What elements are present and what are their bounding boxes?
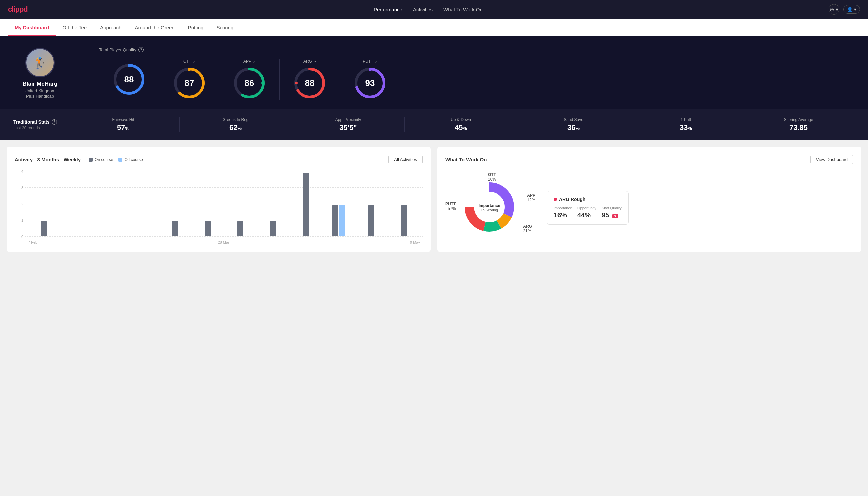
shot-quality-badge: ▼ bbox=[612, 214, 618, 218]
stat-up-down: Up & Down 45% bbox=[404, 117, 517, 132]
stat-app-proximity: App. Proximity 35'5" bbox=[292, 117, 404, 132]
stats-sub: Last 20 rounds bbox=[13, 126, 67, 130]
metric-opportunity: Opportunity 44% bbox=[577, 206, 596, 219]
stats-label-group: Traditional Stats ? Last 20 rounds bbox=[13, 119, 67, 130]
tab-scoring[interactable]: Scoring bbox=[210, 19, 240, 36]
wtwon-panel-header: What To Work On View Dashboard bbox=[445, 155, 853, 164]
bar-on-5 bbox=[205, 220, 210, 236]
donut-label-app: APP 12% bbox=[527, 193, 535, 202]
donut-label-putt: PUTT 57% bbox=[445, 202, 456, 211]
activity-panel: Activity - 3 Months - Weekly On course O… bbox=[7, 146, 431, 252]
stat-name-2: App. Proximity bbox=[299, 117, 398, 122]
score-card-putt: PUTT ↗ 93 bbox=[340, 59, 400, 99]
tab-putting[interactable]: Putting bbox=[181, 19, 210, 36]
player-handicap: Plus Handicap bbox=[26, 94, 54, 98]
score-card-ott: OTT ↗ 87 bbox=[159, 59, 220, 99]
what-to-work-on-panel: What To Work On View Dashboard PUTT 57% … bbox=[437, 146, 861, 252]
tpq-section: Total Player Quality ? 88 OTT ↗ bbox=[99, 47, 855, 99]
bottom-panels: Activity - 3 Months - Weekly On course O… bbox=[0, 140, 868, 259]
nav-performance[interactable]: Performance bbox=[374, 7, 403, 12]
view-dashboard-button[interactable]: View Dashboard bbox=[810, 155, 853, 164]
ring-main: 88 bbox=[112, 63, 145, 96]
bar-group-0 bbox=[28, 220, 59, 236]
score-value-app: 86 bbox=[245, 78, 254, 88]
legend-on-course-dot bbox=[89, 158, 93, 161]
stat-sand-save: Sand Save 36% bbox=[517, 117, 630, 132]
tpq-title: Total Player Quality ? bbox=[99, 47, 855, 52]
stats-help-icon[interactable]: ? bbox=[52, 119, 57, 125]
metric-opportunity-value: 44% bbox=[577, 211, 596, 219]
tab-approach[interactable]: Approach bbox=[93, 19, 128, 36]
bar-group-9 bbox=[323, 204, 354, 236]
score-card-app: APP ↗ 86 bbox=[220, 59, 280, 99]
bar-on-8 bbox=[303, 173, 309, 236]
stat-value-0: 57% bbox=[74, 123, 173, 132]
dashboard-header: 🏌️ Blair McHarg United Kingdom Plus Hand… bbox=[0, 36, 868, 109]
stat-greens-in-reg: Greens In Reg 62% bbox=[179, 117, 292, 132]
bar-off-9 bbox=[339, 204, 345, 236]
donut-svg-container: Importance To Scoring bbox=[463, 180, 516, 235]
stat-fairways-hit: Fairways Hit 57% bbox=[67, 117, 179, 132]
info-card-metrics: Importance 16% Opportunity 44% Shot Qual… bbox=[554, 206, 621, 219]
bar-on-10 bbox=[368, 204, 374, 236]
score-cards: 88 OTT ↗ 87 APP ↗ bbox=[99, 59, 855, 99]
bar-group-11 bbox=[389, 204, 420, 236]
donut-center-line1: Importance bbox=[479, 203, 500, 208]
metric-importance-value: 16% bbox=[554, 211, 572, 219]
nav-what-to-work-on[interactable]: What To Work On bbox=[443, 7, 483, 12]
nav-links: Performance Activities What To Work On bbox=[374, 7, 483, 12]
player-country: United Kingdom bbox=[25, 88, 56, 93]
metric-importance: Importance 16% bbox=[554, 206, 572, 219]
ring-app: 86 bbox=[233, 66, 266, 99]
info-card: ARG Rough Importance 16% Opportunity 44%… bbox=[547, 191, 629, 224]
tab-my-dashboard[interactable]: My Dashboard bbox=[8, 19, 56, 36]
svg-point-8 bbox=[262, 82, 264, 84]
logo: clippd bbox=[8, 5, 28, 14]
stats-label: Traditional Stats ? bbox=[13, 119, 67, 125]
tab-off-the-tee[interactable]: Off the Tee bbox=[56, 19, 93, 36]
bar-on-0 bbox=[41, 220, 47, 236]
ring-ott: 87 bbox=[173, 66, 206, 99]
stat-value-5: 33% bbox=[636, 123, 736, 132]
ring-arg: 88 bbox=[293, 66, 327, 99]
ott-label: OTT ↗ bbox=[183, 59, 195, 64]
info-card-dot bbox=[554, 198, 557, 201]
tab-around-the-green[interactable]: Around the Green bbox=[128, 19, 181, 36]
legend-on-course: On course bbox=[89, 157, 113, 162]
chart-area: 4 3 2 1 0 7 Feb 28 Mar 9 May bbox=[15, 171, 423, 244]
bar-on-6 bbox=[237, 220, 243, 236]
svg-point-2 bbox=[128, 65, 130, 67]
bar-group-6 bbox=[225, 220, 256, 236]
stat-name-1: Greens In Reg bbox=[186, 117, 285, 122]
metric-shot-quality: Shot Quality 95 ▼ bbox=[601, 206, 621, 219]
bar-group-5 bbox=[192, 220, 223, 236]
score-value-main: 88 bbox=[124, 74, 134, 84]
bar-group-8 bbox=[290, 173, 321, 236]
stat-name-0: Fairways Hit bbox=[74, 117, 173, 122]
user-button[interactable]: 👤 ▾ bbox=[843, 5, 860, 14]
score-card-main: 88 bbox=[99, 63, 159, 96]
player-info: 🏌️ Blair McHarg United Kingdom Plus Hand… bbox=[13, 48, 67, 98]
stat-value-1: 62% bbox=[186, 123, 285, 132]
tab-bar: My Dashboard Off the Tee Approach Around… bbox=[0, 19, 868, 36]
help-icon[interactable]: ? bbox=[138, 47, 144, 52]
putt-label: PUTT ↗ bbox=[363, 59, 377, 64]
score-value-arg: 88 bbox=[305, 78, 315, 88]
metric-shot-quality-value: 95 ▼ bbox=[601, 211, 621, 219]
bars-container bbox=[25, 171, 423, 236]
nav-right: ⊕ ▾ 👤 ▾ bbox=[829, 4, 860, 15]
bar-on-4 bbox=[172, 220, 178, 236]
nav-activities[interactable]: Activities bbox=[413, 7, 433, 12]
add-button[interactable]: ⊕ ▾ bbox=[829, 4, 839, 15]
player-name: Blair McHarg bbox=[23, 81, 58, 87]
bar-on-7 bbox=[270, 220, 276, 236]
donut-center-line2: To Scoring bbox=[479, 208, 500, 212]
score-value-ott: 87 bbox=[185, 78, 194, 88]
bar-group-10 bbox=[356, 204, 387, 236]
stat-value-2: 35'5" bbox=[299, 123, 398, 132]
svg-point-5 bbox=[188, 68, 190, 71]
x-labels: 7 Feb 28 Mar 9 May bbox=[25, 240, 423, 244]
all-activities-button[interactable]: All Activities bbox=[388, 155, 423, 164]
avatar: 🏌️ bbox=[25, 48, 54, 77]
metric-opportunity-label: Opportunity bbox=[577, 206, 596, 210]
